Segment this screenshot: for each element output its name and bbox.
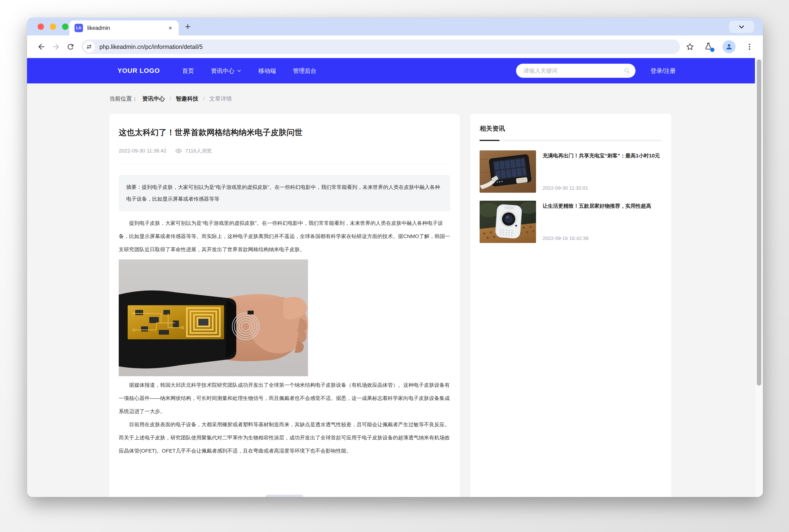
nav-item-mobile[interactable]: 移动端 (258, 67, 276, 75)
close-tab-icon[interactable]: × (167, 24, 173, 32)
browser-menu-icon[interactable] (746, 43, 753, 51)
article-body: 提到电子皮肤，大家可别以为是“电子游戏里的虚拟皮肤”。在一些科幻电影中，我们常常… (119, 217, 450, 457)
nav-item-news-center[interactable]: 资讯中心 (211, 67, 241, 75)
main-menu: 首页 资讯中心 移动端 管理后台 (182, 58, 316, 83)
page-scrollbar-track[interactable] (755, 58, 763, 497)
keyword-search-box[interactable] (516, 64, 636, 78)
login-register-link[interactable]: 登录/注册 (651, 58, 676, 83)
toolbar-right (686, 40, 756, 53)
nav-item-label: 首页 (182, 67, 194, 75)
site-favicon: LA (75, 24, 83, 32)
related-news-thumbnail-powerbank (480, 150, 536, 193)
article-title: 这也太科幻了！世界首款网格结构纳米电子皮肤问世 (119, 127, 450, 137)
breadcrumb-separator: / (203, 95, 205, 102)
address-bar[interactable]: php.likeadmin.cn/pc/information/detail/5 (81, 39, 680, 54)
experiments-flask-icon[interactable] (704, 42, 713, 52)
article-views: 7116人浏览 (185, 147, 212, 154)
page-scrollbar-thumb[interactable] (757, 59, 761, 386)
zoom-window-button[interactable] (62, 23, 69, 30)
section-underline (480, 140, 662, 141)
close-window-button[interactable] (38, 23, 44, 30)
chevron-down-icon (237, 69, 241, 73)
related-news-card: 相关资讯 (470, 114, 671, 497)
browser-tab[interactable]: LA likeadmin × (69, 20, 179, 36)
related-news-item-date: 2022-09-16 16:42:39 (543, 235, 662, 243)
breadcrumb-prefix: 当前位置： (109, 95, 137, 102)
breadcrumb-item-current: 文章详情 (209, 95, 232, 102)
article-image (119, 260, 308, 376)
bookmark-star-icon[interactable] (686, 42, 694, 51)
reload-button[interactable] (63, 39, 78, 54)
related-news-title: 相关资讯 (480, 124, 662, 133)
site-navbar: YOUR LOGO 首页 资讯中心 移动端 管理后 (27, 58, 755, 83)
search-icon[interactable] (624, 68, 630, 74)
article-card: 这也太科幻了！世界首款网格结构纳米电子皮肤问世 2022-09-30 11:36… (109, 114, 459, 497)
tab-search-button[interactable] (729, 21, 754, 33)
article-paragraph: 目前用在皮肤表面的电子设备，大都采用橡胶或者塑料等基材制造而来，其缺点是透水透气… (119, 418, 450, 457)
url-text: php.likeadmin.cn/pc/information/detail/5 (99, 43, 203, 50)
nav-item-home[interactable]: 首页 (182, 67, 194, 75)
related-news-item-text: 让生活更精致！五款居家好物推荐，实用性超高 2022-09-16 16:42:3… (543, 201, 662, 243)
related-news-thumbnail-projector (480, 201, 536, 243)
related-news-item[interactable]: 让生活更精致！五款居家好物推荐，实用性超高 2022-09-16 16:42:3… (480, 201, 662, 243)
clipped-bottom-button[interactable] (265, 495, 303, 497)
page-viewport: YOUR LOGO 首页 资讯中心 移动端 管理后 (27, 58, 763, 497)
forward-button[interactable] (49, 39, 63, 54)
breadcrumb-separator: / (170, 95, 171, 102)
nav-item-label: 管理后台 (293, 67, 316, 75)
article-paragraph: 据媒体报道，韩国大邱庆北科学技术院研究团队成功开发出了全球第一个纳米结构电子皮肤… (119, 379, 450, 418)
tab-strip: LA likeadmin × + (27, 18, 763, 36)
article-date: 2022-09-30 11:36:42 (119, 148, 166, 154)
nav-item-label: 移动端 (258, 67, 276, 75)
browser-toolbar: php.likeadmin.cn/pc/information/detail/5 (27, 36, 763, 58)
back-button[interactable] (34, 39, 49, 54)
related-news-item-text: 充满电再出门！共享充电宝“刺客”：最高1小时10元 2022-09-30 11:… (543, 150, 662, 193)
page-content: YOUR LOGO 首页 资讯中心 移动端 管理后 (27, 58, 755, 497)
nav-item-admin[interactable]: 管理后台 (293, 67, 316, 75)
browser-window: LA likeadmin × + (27, 18, 763, 497)
related-news-item-date: 2022-09-30 11:32:01 (543, 185, 662, 193)
chevron-down-icon (738, 23, 745, 30)
site-logo[interactable]: YOUR LOGO (117, 58, 160, 83)
site-settings-icon[interactable] (83, 41, 95, 52)
flask-badge-dot (710, 48, 714, 52)
profile-avatar[interactable] (722, 40, 736, 53)
related-news-item[interactable]: 充满电再出门！共享充电宝“刺客”：最高1小时10元 2022-09-30 11:… (480, 150, 662, 193)
related-news-item-title[interactable]: 充满电再出门！共享充电宝“刺客”：最高1小时10元 (543, 150, 662, 161)
minimize-window-button[interactable] (50, 23, 56, 30)
nav-item-label: 资讯中心 (211, 67, 234, 75)
article-paragraph: 提到电子皮肤，大家可别以为是“电子游戏里的虚拟皮肤”。在一些科幻电影中，我们常常… (119, 217, 450, 256)
breadcrumb-item-news-center[interactable]: 资讯中心 (142, 95, 165, 102)
tab-title: likeadmin (87, 25, 163, 31)
views-eye-icon (175, 148, 182, 154)
related-news-item-title[interactable]: 让生活更精致！五款居家好物推荐，实用性超高 (543, 201, 662, 211)
article-summary: 摘要：提到电子皮肤，大家可别以为是“电子游戏里的虚拟皮肤”。在一些科幻电影中，我… (119, 175, 450, 211)
search-input[interactable] (523, 67, 624, 74)
new-tab-button[interactable]: + (185, 21, 190, 32)
article-meta: 2022-09-30 11:36:42 7116人浏览 (119, 147, 450, 154)
breadcrumb-item-category[interactable]: 智趣科技 (176, 95, 199, 102)
window-controls (38, 23, 69, 30)
breadcrumb: 当前位置： 资讯中心 / 智趣科技 / 文章详情 (109, 83, 232, 114)
